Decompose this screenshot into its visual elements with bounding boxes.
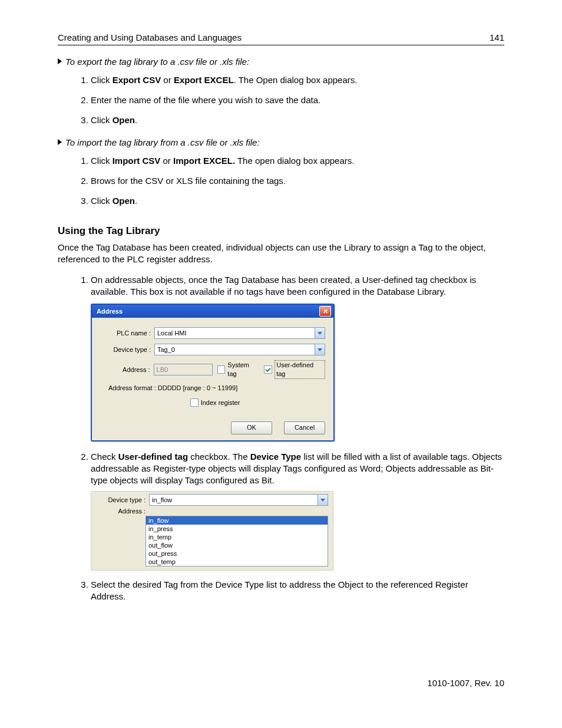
usage-step-2: Check User-defined tag checkbox. The Dev… — [91, 451, 504, 571]
chevron-down-icon[interactable] — [318, 494, 328, 506]
list-item[interactable]: in_press — [146, 525, 328, 533]
cancel-button[interactable]: Cancel — [284, 421, 325, 434]
export-step-3: Click Open. — [91, 114, 504, 126]
plc-name-select[interactable]: Local HMI — [154, 327, 315, 339]
page-footer: 1010-1007, Rev. 10 — [427, 677, 504, 689]
section-intro: Once the Tag Database has been created, … — [58, 242, 504, 266]
list-item[interactable]: out_temp — [146, 558, 328, 566]
usage-step-1: On addressable objects, once the Tag Dat… — [91, 274, 504, 442]
close-icon[interactable]: ✕ — [319, 306, 331, 317]
device-type-options-list[interactable]: in_flow in_press in_temp out_flow out_pr… — [146, 516, 328, 566]
plc-name-label: PLC name : — [100, 329, 154, 338]
device-type-label: Device type : — [100, 345, 154, 354]
dialog-titlebar: Address ✕ — [92, 305, 333, 318]
page-header: Creating and Using Databases and Languag… — [58, 32, 504, 45]
import-step-1: Click Import CSV or Import EXCEL. The op… — [91, 155, 504, 167]
device-type-dropdown-dialog: Device type : in_flow Address : in_flow … — [91, 491, 333, 571]
header-page-number: 141 — [490, 32, 504, 44]
export-steps: Click Export CSV or Export EXCEL. The Op… — [91, 74, 504, 127]
list-item[interactable]: out_flow — [146, 541, 328, 549]
address-label: Address : — [100, 365, 154, 374]
triangle-icon — [58, 58, 62, 64]
export-step-2: Enter the name of the file where you wis… — [91, 94, 504, 106]
triangle-icon — [58, 139, 62, 145]
import-steps: Click Import CSV or Import EXCEL. The op… — [91, 155, 504, 207]
address-input[interactable]: LB0 — [154, 364, 213, 375]
section-title: Using the Tag Library — [58, 225, 504, 238]
import-step-2: Brows for the CSV or XLS file containing… — [91, 175, 504, 187]
import-heading: To import the tag library from a .csv fi… — [58, 137, 504, 149]
device-type-select-2[interactable]: in_flow — [149, 494, 318, 506]
chevron-down-icon[interactable] — [315, 327, 325, 339]
system-tag-checkbox[interactable]: System tag — [217, 361, 260, 378]
ok-button[interactable]: OK — [231, 421, 272, 434]
address-dialog: Address ✕ PLC name : Local HMI Device ty… — [91, 304, 335, 441]
usage-step-3: Select the desired Tag from the Device T… — [91, 579, 504, 603]
list-item[interactable]: in_temp — [146, 533, 328, 541]
address-label-2: Address : — [96, 507, 149, 516]
device-type-select[interactable]: Tag_0 — [154, 344, 315, 355]
address-format-text: Address format : DDDDD [range : 0 ~ 1199… — [108, 384, 325, 393]
device-type-label-2: Device type : — [96, 496, 149, 505]
list-item[interactable]: in_flow — [146, 516, 328, 525]
dialog-title-text: Address — [97, 305, 123, 318]
chevron-down-icon[interactable] — [315, 344, 325, 355]
usage-steps: On addressable objects, once the Tag Dat… — [91, 274, 504, 603]
export-step-1: Click Export CSV or Export EXCEL. The Op… — [91, 74, 504, 86]
export-heading: To export the tag library to a .csv file… — [58, 56, 504, 68]
user-defined-tag-checkbox[interactable]: User-defined tag — [264, 360, 325, 379]
import-step-3: Click Open. — [91, 195, 504, 207]
index-register-checkbox[interactable]: Index register — [190, 398, 240, 407]
list-item[interactable]: out_press — [146, 549, 328, 558]
header-title: Creating and Using Databases and Languag… — [58, 32, 242, 44]
